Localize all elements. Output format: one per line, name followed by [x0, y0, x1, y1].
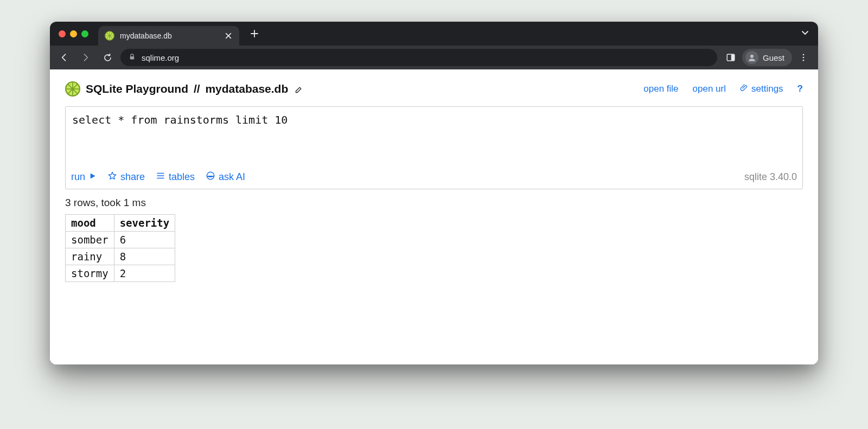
- sql-editor[interactable]: [66, 107, 802, 167]
- ask-ai-button[interactable]: ask AI: [206, 171, 245, 183]
- column-header: severity: [114, 215, 175, 232]
- database-name: mydatabase.db: [205, 82, 288, 95]
- lime-favicon-icon: [105, 31, 114, 41]
- title-separator: //: [194, 82, 200, 95]
- header-links: open file open url settings ?: [643, 84, 803, 94]
- profile-label: Guest: [763, 53, 784, 62]
- column-header: mood: [66, 215, 114, 232]
- result-table: moodseverity somber6rainy8stormy2: [65, 214, 175, 282]
- svg-point-14: [803, 57, 805, 59]
- close-window-button[interactable]: [59, 30, 66, 37]
- new-tab-button[interactable]: [247, 26, 262, 41]
- star-icon: [107, 171, 117, 183]
- table-row: rainy8: [66, 248, 175, 265]
- lock-icon: [128, 53, 136, 62]
- minimize-window-button[interactable]: [70, 30, 77, 37]
- forward-button[interactable]: [77, 49, 94, 66]
- paperclip-icon: [740, 84, 748, 94]
- svg-point-15: [803, 60, 805, 61]
- settings-link[interactable]: settings: [740, 84, 783, 94]
- edit-name-icon[interactable]: [295, 86, 303, 94]
- table-row: stormy2: [66, 265, 175, 282]
- svg-point-12: [750, 55, 754, 58]
- side-panel-button[interactable]: [722, 48, 740, 67]
- page-title: SQLite Playground // mydatabase.db: [86, 82, 303, 95]
- svg-point-13: [803, 54, 805, 55]
- svg-rect-11: [731, 55, 734, 61]
- sqlite-version: sqlite 3.40.0: [744, 171, 797, 183]
- table-cell: 2: [114, 265, 175, 282]
- avatar-icon: [745, 51, 758, 64]
- table-cell: somber: [66, 232, 114, 248]
- play-icon: [88, 171, 97, 183]
- app-logo-icon: [65, 81, 80, 97]
- run-button[interactable]: run: [71, 171, 97, 183]
- globe-icon: [206, 171, 215, 183]
- browser-toolbar: sqlime.org Guest: [50, 46, 818, 69]
- table-cell: stormy: [66, 265, 114, 282]
- tab-title: mydatabase.db: [120, 31, 172, 40]
- help-link[interactable]: ?: [797, 84, 803, 94]
- kebab-menu-button[interactable]: [794, 48, 813, 67]
- close-tab-icon[interactable]: [224, 31, 233, 40]
- tab-list-button[interactable]: [797, 25, 813, 42]
- list-icon: [156, 171, 165, 183]
- window-controls: [59, 30, 88, 37]
- browser-window: mydatabase.db sqlime.org: [50, 22, 818, 364]
- open-file-link[interactable]: open file: [643, 84, 678, 94]
- tables-button[interactable]: tables: [156, 171, 195, 183]
- share-button[interactable]: share: [107, 171, 145, 183]
- table-cell: 6: [114, 232, 175, 248]
- profile-button[interactable]: Guest: [742, 49, 792, 66]
- page-content: SQLite Playground // mydatabase.db open …: [50, 69, 818, 364]
- address-bar[interactable]: sqlime.org: [120, 49, 717, 66]
- svg-rect-9: [130, 56, 135, 60]
- table-cell: 8: [114, 248, 175, 265]
- editor-panel: run share tables ask AI sqlite 3.40.0: [65, 106, 803, 189]
- result-status: 3 rows, took 1 ms: [65, 197, 803, 209]
- app-name: SQLite Playground: [86, 82, 188, 95]
- table-cell: rainy: [66, 248, 114, 265]
- open-url-link[interactable]: open url: [693, 84, 726, 94]
- page-header: SQLite Playground // mydatabase.db open …: [65, 81, 803, 97]
- browser-tab[interactable]: mydatabase.db: [98, 26, 239, 46]
- table-row: somber6: [66, 232, 175, 248]
- tab-strip: mydatabase.db: [50, 22, 818, 46]
- maximize-window-button[interactable]: [81, 30, 88, 37]
- back-button[interactable]: [55, 49, 73, 66]
- url-text: sqlime.org: [142, 53, 179, 62]
- editor-toolbar: run share tables ask AI sqlite 3.40.0: [66, 167, 802, 189]
- reload-button[interactable]: [99, 49, 116, 66]
